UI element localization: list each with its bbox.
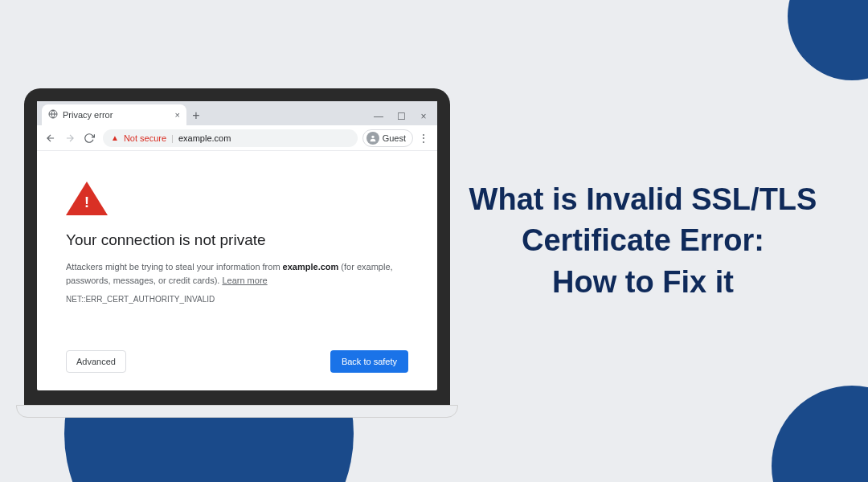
article-headline: What is Invalid SSL/TLS Certificate Erro… [466,179,820,303]
button-row: Advanced Back to safety [66,350,408,373]
person-icon [366,132,379,145]
browser-toolbar: ▲ Not secure | example.com Guest ⋮ [37,125,437,151]
omnibox-divider: | [171,133,174,143]
learn-more-link[interactable]: Learn more [222,276,267,285]
svg-point-1 [371,135,374,137]
decorative-circle-top-right [788,0,868,80]
error-heading: Your connection is not private [66,231,408,249]
error-description: Attackers might be trying to steal your … [66,260,408,287]
profile-label: Guest [383,133,406,143]
forward-icon[interactable] [61,129,79,147]
decorative-circle-bottom-right [772,386,868,482]
ssl-error-page: Your connection is not private Attackers… [37,151,437,390]
headline-text: What is Invalid SSL/TLS Certificate Erro… [466,179,820,303]
window-controls: — ☐ × [373,111,437,125]
laptop-screen-frame: Privacy error × + — ☐ × [24,88,450,405]
headline-line-1: What is Invalid SSL/TLS [469,182,817,216]
active-tab[interactable]: Privacy error × [42,104,186,125]
warning-icon: ▲ [111,133,119,142]
back-icon[interactable] [42,129,59,147]
kebab-menu-icon[interactable]: ⋮ [415,132,432,145]
not-secure-label: Not secure [124,133,166,143]
address-bar[interactable]: ▲ Not secure | example.com [103,129,358,147]
tab-strip: Privacy error × + — ☐ × [37,101,437,125]
url-text: example.com [178,133,231,143]
reload-icon[interactable] [80,129,98,147]
close-window-icon[interactable]: × [418,111,429,122]
maximize-icon[interactable]: ☐ [395,111,407,122]
advanced-button[interactable]: Advanced [66,350,126,373]
globe-icon [48,109,58,120]
profile-chip[interactable]: Guest [362,129,413,147]
headline-line-3: How to Fix it [552,265,734,299]
minimize-icon[interactable]: — [373,111,384,122]
close-tab-icon[interactable]: × [175,110,180,120]
error-body-domain: example.com [283,262,339,272]
error-body-prefix: Attackers might be trying to steal your … [66,262,283,272]
tab-title: Privacy error [63,110,113,120]
headline-line-2: Certificate Error: [522,223,764,257]
laptop-base [16,405,458,418]
warning-triangle-icon [66,182,108,215]
laptop-mockup: Privacy error × + — ☐ × [24,88,450,418]
new-tab-button[interactable]: + [186,106,206,125]
back-to-safety-button[interactable]: Back to safety [330,350,408,373]
browser-window: Privacy error × + — ☐ × [37,101,437,390]
error-code: NET::ERR_CERT_AUTHORITY_INVALID [66,295,408,304]
